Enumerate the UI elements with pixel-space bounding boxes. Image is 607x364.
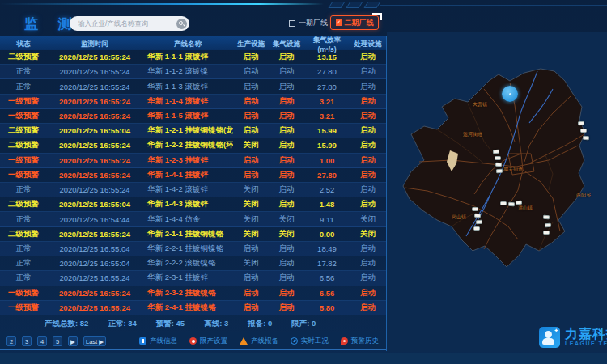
table-row[interactable]: 二级预警2020/12/25 16:55:04华新 1-4-3 滚镀锌关闭启动1… [0,197,386,212]
table-row[interactable]: 正常2020/12/25 16:55:04华新 2-2-1 挂镀铜镍铬启动启动1… [0,242,386,256]
treat-facility-state: 启动 [350,96,386,107]
monitor-time: 2020/12/25 16:55:24 [47,53,142,61]
table-row[interactable]: 一级预警2020/12/25 16:55:24华新 2-4-1 挂镀镍铬启动启动… [0,301,386,315]
facility-marker[interactable] [543,214,550,219]
gas-facility-state: 启动 [269,258,304,269]
logo-text-cn: 力嘉科技 [565,327,607,341]
table-row[interactable]: 一级预警2020/12/25 16:55:24华新 1-4-1 挂镀锌启动启动2… [0,168,386,183]
prod-facility-state: 启动 [233,170,269,180]
monitor-time: 2020/12/25 16:55:24 [47,185,142,194]
table-row[interactable]: 正常2020/12/25 16:55:04华新 2-2-2 滚镀镍铬关闭启动17… [0,256,386,271]
treat-facility-state: 启动 [350,111,386,121]
page-button[interactable]: Last ▶ [83,336,106,346]
treat-facility-state: 启动 [350,184,386,195]
prod-facility-state: 启动 [233,96,269,107]
line-name: 华新 1-1-4 滚镀锌 [142,96,233,107]
legend-item-limit-circle[interactable]: 限产设置 [189,336,227,346]
table-row[interactable]: 正常2020/12/25 16:55:24华新 1-4-2 滚镀锌关闭启动2.5… [0,183,386,197]
logo-text-en: LEAGUE TE [565,341,607,346]
table-row[interactable]: 二级预警2020/12/25 16:55:24华新 2-1-1 挂镀铜镍铬关闭关… [0,227,386,242]
gas-efficiency-value: 2.52 [304,185,350,194]
facility-marker[interactable] [583,135,590,140]
facility-marker[interactable] [543,231,550,235]
line-name: 华新 1-1-1 滚镀锌 [142,52,233,62]
facility-marker[interactable] [495,162,503,167]
table-row[interactable]: 一级预警2020/12/25 16:55:24华新 2-3-2 挂镀镍铬启动启动… [0,286,386,301]
treat-facility-state: 启动 [350,170,386,180]
line-name: 华新 1-4-1 挂镀锌 [142,170,233,180]
table-row[interactable]: 正常2020/12/25 16:54:44华新 1-4-4 仿金关闭关闭9.11… [0,212,386,226]
legend-bar: 产线信息限产设置产线报备实时工况预警历史 [139,336,379,346]
treat-facility-state: 启动 [350,258,386,269]
monitor-time: 2020/12/25 16:55:24 [47,141,142,150]
facility-marker[interactable] [508,201,516,206]
top-deco-line [0,3,324,5]
gas-efficiency-value: 13.15 [304,53,350,61]
search-button[interactable] [176,19,187,29]
page-button[interactable]: 2 [6,336,16,346]
page-button[interactable]: 3 [22,336,32,346]
facility-marker[interactable] [580,129,587,133]
summary-item: 产线总数: 82 [45,319,88,329]
legend-label: 实时工况 [301,336,329,346]
info-square-icon [139,337,146,345]
treat-facility-state: 启动 [350,52,386,62]
summary-item: 离线: 3 [204,319,228,329]
table-row[interactable]: 一级预警2020/12/25 16:55:24华新 1-2-3 挂镀锌启动启动1… [0,154,386,168]
checkbox-unchecked-icon [289,20,295,27]
line-name: 华新 1-1-5 滚镀锌 [142,111,233,121]
treat-facility-state: 启动 [350,66,386,77]
map-highlight-marker[interactable] [502,86,518,102]
legend-item-warn-triangle[interactable]: 产线报备 [240,336,278,346]
gas-efficiency-value: 15.99 [304,141,350,150]
gas-facility-state: 关闭 [269,214,304,225]
page-button[interactable]: ▶ [68,336,78,346]
table-row[interactable]: 一级预警2020/12/25 16:55:24华新 1-1-4 滚镀锌启动启动3… [0,95,386,109]
page-button[interactable]: 4 [37,336,47,346]
facility-marker[interactable] [495,156,501,160]
gas-facility-state: 启动 [269,125,304,136]
facility-marker[interactable] [500,201,507,205]
legend-item-gauge[interactable]: 实时工况 [291,336,329,346]
history-dot-icon [341,337,348,345]
top-deco-line-right [380,5,607,6]
prod-facility-state: 启动 [233,243,269,254]
company-logo: ✦ 力嘉科技 LEAGUE TE [539,327,607,348]
table-row[interactable]: 二级预警2020/12/25 16:55:24华新 1-2-2 挂镀铜镍铬(环形… [0,138,386,153]
line-name: 华新 2-2-1 挂镀铜镍铬 [142,243,233,254]
map-place-label: 大营镇 [473,101,487,108]
gas-facility-state: 启动 [269,199,304,210]
prod-facility-state: 启动 [233,303,269,313]
phase2-button[interactable]: ✓ 二期厂线 [330,15,379,30]
monitor-time: 2020/12/25 16:54:44 [47,215,142,224]
table-row[interactable]: 一级预警2020/12/25 16:55:24华新 1-1-5 滚镀锌启动启动3… [0,109,386,124]
legend-label: 产线信息 [150,336,177,346]
prod-facility-state: 启动 [233,82,269,92]
table-row[interactable]: 正常2020/12/25 16:55:24华新 2-3-1 挂镀锌启动启动6.5… [0,271,386,286]
table-row[interactable]: 二级预警2020/12/25 16:55:04华新 1-2-1 挂镀铜镍铬(龙门… [0,124,386,138]
status-badge: 二级预警 [0,199,47,210]
table-row[interactable]: 正常2020/12/25 16:55:24华新 1-1-3 滚镀锌启动启动27.… [0,79,386,94]
legend-item-info-square[interactable]: 产线信息 [139,336,177,346]
gas-efficiency-value: 27.80 [304,67,350,76]
gas-efficiency-value: 3.21 [304,112,350,121]
table-row[interactable]: 二级预警2020/12/25 16:55:24华新 1-1-1 滚镀锌启动启动1… [0,50,386,65]
search-input[interactable] [78,19,176,28]
phase1-checkbox[interactable]: 一期厂线 [289,18,328,28]
logo-icon: ✦ [539,327,560,348]
prod-facility-state: 关闭 [233,258,269,269]
page-button[interactable]: 5 [53,336,62,346]
summary-bar: 产线总数: 82正常: 34预警: 45离线: 3报备: 0限产: 0 [45,317,384,330]
top-deco-box [329,2,346,8]
column-header: 监测时间 [47,40,142,49]
facility-marker[interactable] [474,213,482,218]
facility-marker[interactable] [472,207,478,211]
treat-facility-state: 启动 [350,140,386,150]
gas-facility-state: 启动 [269,52,304,62]
legend-item-history-dot[interactable]: 预警历史 [341,336,379,346]
line-name: 华新 1-1-3 滚镀锌 [142,82,233,92]
facility-marker[interactable] [473,226,480,231]
map-place-label: 岗山镇 [452,214,466,221]
table-row[interactable]: 正常2020/12/25 16:55:24华新 1-1-2 滚镀镍启动启动27.… [0,65,386,79]
district-map[interactable]: 大营镇运河街道城关街道西阳乡洪山镇岗山镇 [387,32,607,352]
